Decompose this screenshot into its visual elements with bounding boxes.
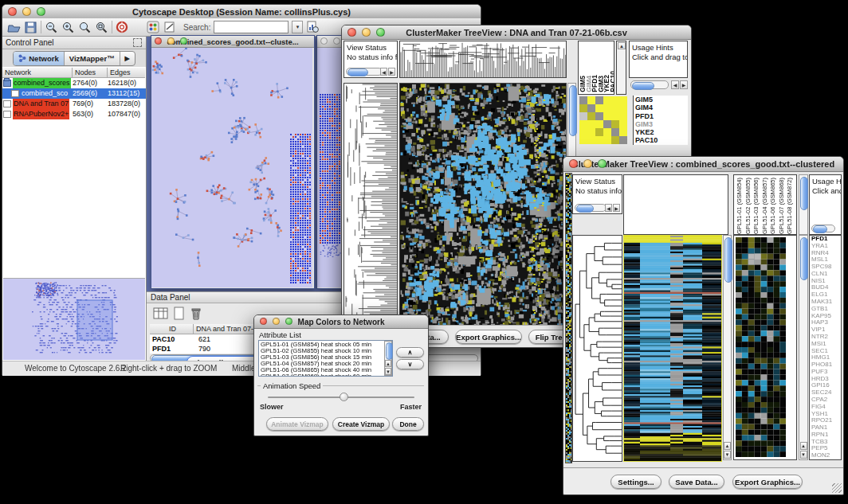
network-row[interactable]: combined_sco 2569(6) 13112(15)	[2, 88, 146, 99]
annotation-icon[interactable]	[163, 21, 177, 33]
tab-network[interactable]: Network	[14, 52, 64, 65]
treeview1-window-controls[interactable]	[347, 28, 385, 37]
summary-cell	[579, 96, 587, 104]
tv1-status-scroll-left[interactable]: ◀	[380, 68, 387, 76]
create-vizmap-button[interactable]: Create Vizmap	[332, 417, 390, 431]
open-session-icon[interactable]	[7, 21, 21, 33]
tv1-column-labels[interactable]: GIM5GIM4PFD1GIM3YKE2PAC10	[578, 41, 614, 95]
tv1-usage-scroll-left[interactable]: ◀	[671, 80, 679, 89]
network-row[interactable]: DNA and Tran 07 769(0) 183728(0)	[2, 99, 146, 109]
tv2-settings-button[interactable]: Settings...	[610, 475, 662, 489]
tv1-usage-hints-title: Usage Hints	[630, 41, 687, 53]
tv1-status-scrollbar[interactable]	[346, 68, 383, 76]
slider-thumb[interactable]	[340, 393, 348, 401]
cytoscape-titlebar[interactable]: Cytoscape Desktop (Session Name: collins…	[2, 5, 481, 19]
tv2-heatmap-vscrollbar[interactable]: ▲ ▼	[723, 235, 732, 460]
tab-overflow-arrow[interactable]: ▶	[120, 52, 135, 65]
summary-cell	[587, 112, 595, 120]
tv2-labels-vscrollbar[interactable]	[799, 174, 808, 235]
network-row[interactable]: RNAPuberNov2+ 563(0) 107847(0)	[2, 109, 146, 119]
tv2-usage-scrollbar[interactable]	[811, 225, 835, 232]
tv2-column-label: GPL51-03 (GSM856)	[752, 178, 761, 234]
tv2-export-graphics-button[interactable]: Export Graphics...	[732, 475, 803, 489]
vizmapper-icon[interactable]	[147, 21, 160, 33]
col-header-nodes[interactable]: Nodes	[73, 68, 108, 78]
attribute-list-scrollbar[interactable]: ▲ ▼	[384, 341, 392, 376]
tv2-global-strip[interactable]	[565, 173, 572, 463]
tv2-status-scroll-left[interactable]: ◀	[605, 204, 612, 212]
animate-vizmap-button[interactable]: Animate Vizmap	[266, 417, 328, 431]
network-report-icon[interactable]	[306, 21, 320, 33]
tv2-status-scrollbar[interactable]	[575, 204, 607, 212]
tv1-export-graphics-button[interactable]: Export Graphics...	[455, 330, 522, 344]
attribute-item[interactable]: GPL51-07 (GSM868) heat shock 60 min	[261, 373, 392, 377]
slower-label: Slower	[260, 403, 284, 411]
animation-speed-slider[interactable]	[268, 397, 414, 398]
float-panel-icon[interactable]	[133, 38, 142, 47]
window-controls[interactable]	[8, 7, 45, 16]
col-header-edges[interactable]: Edges	[108, 68, 145, 78]
attribute-select-icon[interactable]	[153, 307, 169, 321]
tv1-export-label: Export Graphics...	[456, 333, 521, 342]
tv2-heatmap[interactable]	[623, 235, 722, 462]
tv1-column-dendrogram[interactable]	[399, 41, 567, 78]
tv2-column-dendrogram[interactable]	[623, 174, 728, 235]
save-session-icon[interactable]	[24, 21, 37, 33]
tv2-settings-label: Settings...	[618, 478, 654, 486]
data-col-id[interactable]: ID	[150, 324, 194, 334]
tv2-status-scroll-right[interactable]: ▶	[613, 204, 620, 212]
help-lifering-icon[interactable]	[116, 21, 129, 33]
zoom-in-icon[interactable]	[61, 21, 75, 33]
network-row[interactable]: combined_scores 2764(0) 16218(0)	[2, 78, 146, 88]
new-attribute-icon[interactable]	[173, 307, 186, 321]
dialog-titlebar[interactable]: Map Colors to Network	[254, 315, 428, 329]
zoom-fit-icon[interactable]	[95, 21, 108, 33]
treeview2-window-controls[interactable]	[569, 159, 607, 168]
tv1-status-scroll-right[interactable]: ▶	[388, 68, 395, 76]
status-welcome: Welcome to Cytoscape 2.6.2	[25, 364, 127, 373]
tv1-label-scroll-strip[interactable]: ▲	[616, 41, 626, 95]
tv1-heatmap[interactable]	[399, 83, 567, 326]
tv1-summary-heatmap[interactable]	[579, 96, 627, 144]
move-up-button[interactable]: ∧	[396, 347, 424, 357]
tv1-usage-scrollbar[interactable]	[630, 80, 669, 89]
network-view-1-canvas[interactable]	[151, 48, 312, 287]
tv1-column-label: PAC10	[610, 71, 615, 92]
resize-grip[interactable]	[832, 483, 842, 493]
network-frame-1[interactable]: combined_scores_good.txt--cluste...	[151, 35, 315, 289]
frame1-window-controls[interactable]	[155, 37, 187, 45]
tv2-detail-heatmap[interactable]	[733, 235, 797, 460]
network-overview-canvas[interactable]	[3, 279, 145, 360]
control-panel: Control Panel Network VizMapper™ ▶ Netwo…	[2, 37, 147, 361]
treeview2-titlebar[interactable]: ClusterMaker TreeView : combined_scores_…	[563, 157, 843, 172]
summary-cell	[595, 136, 603, 144]
done-button[interactable]: Done	[392, 417, 424, 431]
delete-attribute-icon[interactable]	[190, 307, 202, 321]
minimize-icon	[273, 318, 280, 325]
col-header-network[interactable]: Network	[2, 68, 73, 78]
tv2-column-labels[interactable]: GPL51-01 (GSM854)GPL51-02 (GSM855)GPL51-…	[733, 174, 797, 235]
zoom-selected-icon[interactable]	[78, 21, 92, 33]
close-icon	[320, 37, 328, 45]
tv2-save-data-button[interactable]: Save Data...	[669, 475, 724, 489]
tv2-column-label: GPL51-01 (GSM854)	[736, 178, 744, 234]
attribute-list[interactable]: GPL51-01 (GSM854) heat shock 05 minGPL51…	[258, 340, 393, 377]
create-vizmap-label: Create Vizmap	[338, 420, 384, 428]
tv1-row-labels[interactable]: GIM5GIM4PFD1GIM3YKE2PAC10	[633, 96, 688, 145]
tv1-usage-scroll-right[interactable]: ▶	[680, 80, 688, 89]
treeview1-titlebar[interactable]: ClusterMaker TreeView : DNA and Tran 07-…	[342, 25, 691, 40]
search-input[interactable]	[214, 21, 289, 33]
search-dropdown-button[interactable]: ▼	[292, 21, 303, 33]
tab-vizmapper[interactable]: VizMapper™	[65, 52, 120, 65]
tv2-gene-list[interactable]: PFD1YRA1RNR4MSL1SPC98CLN1NIS1BUD4ELG1MAK…	[809, 235, 842, 460]
tv2-row-dendrogram[interactable]	[572, 235, 622, 462]
summary-cell	[611, 128, 619, 136]
network-type-icon	[3, 111, 11, 118]
tv1-row-dendrogram[interactable]	[344, 83, 398, 326]
dialog-window-controls[interactable]	[260, 318, 292, 325]
control-panel-title: Control Panel	[2, 38, 54, 47]
tv2-genelist-vscrollbar[interactable]: ▲ ▼	[799, 235, 808, 460]
zoom-out-icon[interactable]	[45, 21, 58, 33]
move-down-button[interactable]: ∨	[396, 359, 424, 369]
summary-cell	[611, 136, 619, 144]
